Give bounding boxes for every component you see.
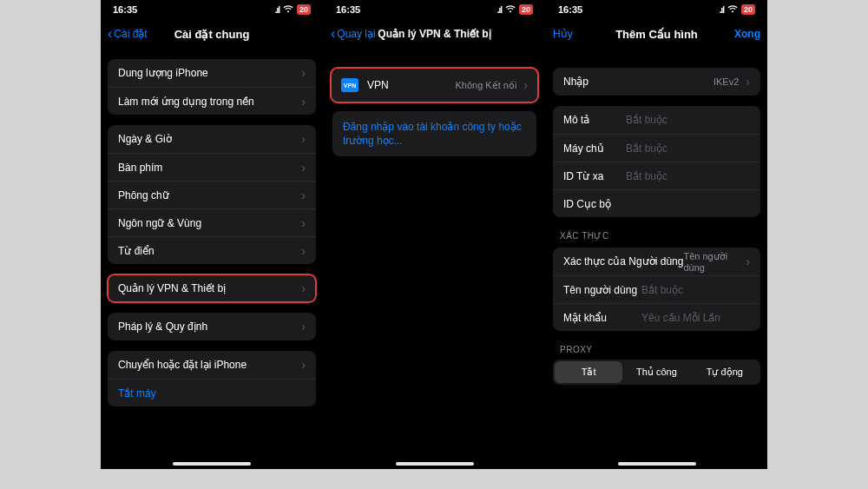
done-button[interactable]: Xong: [734, 28, 760, 40]
chevron-right-icon: ›: [301, 245, 306, 257]
row-shutdown[interactable]: Tắt máy: [108, 379, 316, 406]
group-auth: Xác thực của Người dùng Tên người dùng ›…: [553, 248, 760, 331]
chevron-right-icon: ›: [301, 133, 306, 145]
home-indicator[interactable]: [396, 462, 474, 466]
section-header-proxy: PROXY: [560, 345, 753, 354]
home-indicator[interactable]: [173, 462, 251, 466]
row-language-region[interactable]: Ngôn ngữ & Vùng ›: [108, 208, 316, 236]
chevron-left-icon: ‹: [108, 27, 112, 41]
battery-badge: 20: [519, 4, 533, 15]
field-server[interactable]: Máy chủ Bắt buộc: [553, 134, 760, 162]
screen-general-settings: 16:35 20 ‹ Cài đặt Cài đặt chung: [101, 0, 323, 469]
chevron-left-icon: ‹: [331, 27, 335, 41]
row-transfer-reset[interactable]: Chuyển hoặc đặt lại iPhone ›: [108, 351, 316, 379]
nav-bar: Hủy Thêm Cấu hình Xong: [546, 19, 767, 49]
nav-bar: ‹ Cài đặt Cài đặt chung: [101, 19, 323, 49]
chevron-right-icon: ›: [301, 67, 306, 79]
chevron-right-icon: ›: [301, 282, 306, 294]
proxy-option-manual[interactable]: Thủ công: [622, 361, 690, 383]
status-bar: 16:35 20: [324, 0, 545, 19]
back-button[interactable]: ‹ Cài đặt: [108, 27, 148, 41]
back-label: Cài đặt: [114, 28, 147, 40]
nav-bar: ‹ Quay lại Quản lý VPN & Thiết bị: [324, 19, 545, 49]
chevron-right-icon: ›: [746, 255, 750, 268]
chevron-right-icon: ›: [301, 359, 306, 371]
back-label: Quay lại: [337, 28, 375, 40]
row-legal[interactable]: Pháp lý & Quy định ›: [108, 313, 316, 340]
status-indicators: 20: [275, 4, 311, 15]
cellular-icon: [275, 4, 279, 15]
chevron-right-icon: ›: [746, 76, 750, 88]
back-button[interactable]: ‹ Quay lại: [331, 27, 376, 41]
home-indicator[interactable]: [618, 462, 696, 466]
row-type[interactable]: Nhập IKEv2 ›: [553, 68, 760, 96]
field-password[interactable]: Mật khẩu Yêu cầu Mỗi Lần: [553, 303, 760, 331]
wifi-icon: [727, 4, 738, 15]
row-iphone-storage[interactable]: Dung lượng iPhone ›: [108, 59, 316, 87]
field-remote-id[interactable]: ID Từ xa Bắt buộc: [553, 162, 760, 189]
chevron-right-icon: ›: [301, 189, 306, 202]
proxy-segmented-control[interactable]: Tắt Thủ công Tự động: [553, 360, 760, 385]
field-local-id[interactable]: ID Cục bộ: [553, 189, 760, 217]
status-time: 16:35: [558, 4, 582, 15]
chevron-right-icon: ›: [301, 217, 306, 229]
status-bar: 16:35 20: [546, 0, 767, 19]
battery-badge: 20: [297, 4, 311, 15]
wifi-icon: [505, 4, 516, 15]
field-username[interactable]: Tên người dùng Bắt buộc: [553, 275, 760, 303]
row-background-refresh[interactable]: Làm mới ứng dụng trong nền ›: [108, 87, 316, 115]
status-indicators: 20: [497, 4, 533, 15]
vpn-status: Không Kết nối: [455, 80, 523, 91]
group-vpn: VPN VPN Không Kết nối ›: [331, 68, 538, 102]
vpn-icon: VPN: [341, 78, 358, 92]
chevron-right-icon: ›: [301, 162, 306, 174]
group-reset: Chuyển hoặc đặt lại iPhone › Tắt máy: [108, 351, 316, 406]
chevron-right-icon: ›: [523, 79, 528, 91]
group-region: Ngày & Giờ › Bàn phím › Phông chữ › Ngôn…: [108, 125, 316, 264]
signin-work-school-link[interactable]: Đăng nhập vào tài khoản công ty hoặc trư…: [332, 111, 536, 156]
type-value: IKEv2: [713, 76, 746, 87]
row-dictionary[interactable]: Từ điển ›: [108, 236, 316, 264]
group-type: Nhập IKEv2 ›: [553, 68, 760, 96]
proxy-option-auto[interactable]: Tự động: [691, 361, 759, 383]
group-legal: Pháp lý & Quy định ›: [108, 313, 316, 340]
row-fonts[interactable]: Phông chữ ›: [108, 181, 316, 208]
screen-add-configuration: 16:35 20 Hủy Thêm Cấu hình Xong Nhập IKE…: [545, 0, 767, 469]
group-storage: Dung lượng iPhone › Làm mới ứng dụng tro…: [108, 59, 316, 115]
proxy-option-off[interactable]: Tắt: [555, 361, 622, 383]
battery-badge: 20: [741, 4, 755, 15]
cellular-icon: [497, 4, 502, 15]
status-time: 16:35: [336, 4, 360, 15]
field-description[interactable]: Mô tả Bắt buộc: [553, 106, 760, 134]
status-indicators: 20: [720, 4, 755, 15]
wifi-icon: [283, 4, 293, 15]
chevron-right-icon: ›: [301, 320, 306, 333]
group-server-fields: Mô tả Bắt buộc Máy chủ Bắt buộc ID Từ xa…: [553, 106, 760, 217]
row-keyboard[interactable]: Bàn phím ›: [108, 153, 316, 181]
status-bar: 16:35 20: [101, 0, 323, 19]
cancel-button[interactable]: Hủy: [553, 28, 573, 40]
section-header-auth: XÁC THỰC: [560, 231, 753, 241]
row-date-time[interactable]: Ngày & Giờ ›: [108, 125, 316, 153]
status-time: 16:35: [113, 4, 137, 15]
group-vpn-device: Quản lý VPN & Thiết bị ›: [108, 274, 316, 302]
screen-vpn-device-management: 16:35 20 ‹ Quay lại Quản lý VPN & Thiết …: [323, 0, 545, 469]
row-vpn-device-management[interactable]: Quản lý VPN & Thiết bị ›: [108, 274, 316, 302]
row-user-auth[interactable]: Xác thực của Người dùng Tên người dùng ›: [553, 248, 760, 275]
row-vpn[interactable]: VPN VPN Không Kết nối ›: [331, 68, 538, 102]
chevron-right-icon: ›: [301, 96, 306, 108]
auth-value: Tên người dùng: [683, 251, 746, 273]
cellular-icon: [720, 4, 724, 15]
